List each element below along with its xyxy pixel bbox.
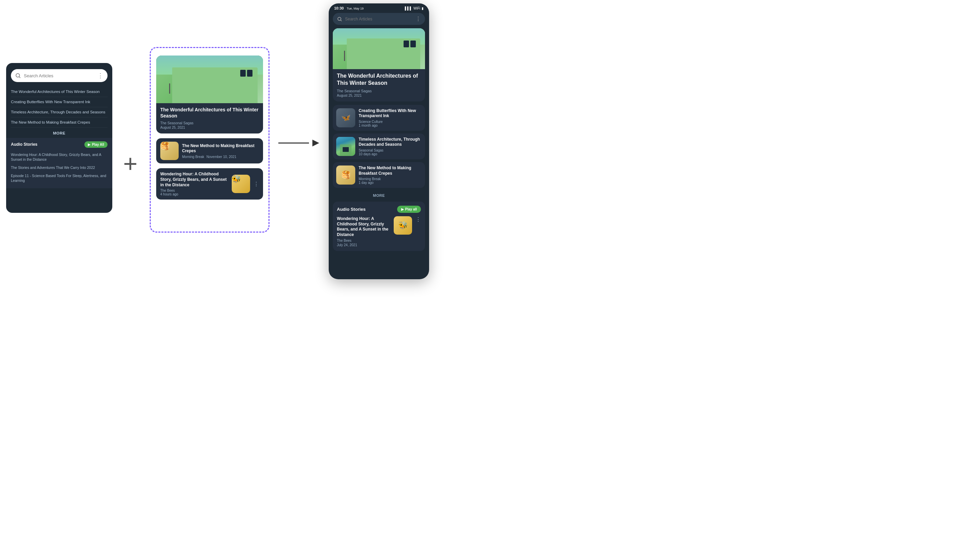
arrow-head — [312, 140, 319, 147]
search-icon — [15, 73, 21, 79]
right-butterfly-card[interactable]: 🦋 Creating Butterflies With New Transpar… — [333, 105, 425, 131]
svg-line-3 — [340, 20, 342, 21]
right-search-input[interactable] — [345, 17, 413, 21]
architecture-card-title: Timeless Architecture, Through Decades a… — [359, 137, 422, 147]
status-date: Tue, May 19 — [347, 7, 364, 10]
right-audio-item-source: The Bees — [337, 239, 390, 242]
list-item[interactable]: The New Method to Making Breakfast Crepe… — [11, 118, 108, 128]
butterfly-card-source: Science Culture — [359, 120, 422, 124]
right-featured-date: August 25, 2021 — [337, 94, 421, 97]
architecture-card-image — [336, 137, 355, 156]
left-audio-section: Audio Stories ▶ Play All Wondering Hour:… — [6, 138, 112, 188]
battery-icon: ▮ — [422, 6, 424, 10]
svg-line-1 — [19, 77, 20, 78]
audio-list-item[interactable]: The Stories and Adventures That We Carry… — [11, 163, 108, 172]
bees-card-meta: The Bees — [160, 189, 228, 192]
architecture-card-content: Timeless Architecture, Through Decades a… — [359, 137, 422, 156]
bees-card-source: The Bees — [160, 189, 175, 192]
right-audio-dots-icon[interactable]: ⋮ — [415, 216, 421, 223]
right-phone: 10:30 Tue, May 19 ▌▌▌ WiFi ▮ ⋮ — [329, 3, 429, 279]
right-featured-source: The Seasonal Sagas — [337, 89, 421, 93]
right-play-all-button[interactable]: ▶ Play all — [397, 206, 421, 213]
butterfly-card-title: Creating Butterflies With New Transparen… — [359, 108, 422, 119]
right-breakfast-card-image: 🥞 — [336, 166, 355, 185]
right-audio-item-title: Wondering Hour: A Childhood Story, Grizz… — [337, 216, 390, 237]
center-breakfast-card[interactable]: 🥞 The New Method to Making Breakfast Cre… — [156, 138, 263, 163]
plus-sign: + — [123, 150, 137, 177]
left-article-list: The Wonderful Architectures of This Wint… — [6, 87, 112, 128]
audio-list-item[interactable]: Episode 11 - Science Based Tools For Sle… — [11, 172, 108, 185]
featured-card-image — [156, 56, 263, 103]
svg-point-0 — [16, 73, 20, 77]
status-time: 10:30 — [334, 6, 344, 10]
butterfly-card-image: 🦋 — [336, 108, 355, 128]
left-audio-title: Audio Stories — [11, 142, 37, 147]
breakfast-card-source: Morning Break — [182, 155, 204, 159]
right-breakfast-card-source: Morning Break — [359, 177, 422, 181]
right-breakfast-card-title: The New Method to Making Breakfast Crepe… — [359, 166, 422, 176]
left-search-input[interactable] — [24, 73, 95, 78]
right-audio-title: Audio Stories — [337, 207, 366, 212]
list-item[interactable]: Creating Butterflies With New Transparen… — [11, 97, 108, 107]
status-bar: 10:30 Tue, May 19 ▌▌▌ WiFi ▮ — [329, 3, 429, 11]
right-search-icon — [337, 16, 342, 22]
right-featured-image — [333, 28, 425, 69]
play-icon: ▶ — [88, 143, 91, 147]
arrow — [278, 136, 319, 150]
bees-card-time: 4 hours ago — [160, 192, 228, 196]
right-audio-item[interactable]: Wondering Hour: A Childhood Story, Grizz… — [337, 216, 421, 247]
breakfast-card-title: The New Method to Making Breakfast Crepe… — [182, 144, 259, 154]
signal-icon: ▌▌▌ — [405, 6, 412, 10]
left-audio-header: Audio Stories ▶ Play All — [11, 141, 108, 148]
bees-card-content: Wondering Hour: A Childhood Story, Grizz… — [160, 172, 228, 196]
butterfly-card-content: Creating Butterflies With New Transparen… — [359, 108, 422, 128]
right-breakfast-card-content: The New Method to Making Breakfast Crepe… — [359, 166, 422, 185]
right-breakfast-card[interactable]: 🥞 The New Method to Making Breakfast Cre… — [333, 162, 425, 188]
butterfly-card-time: 1 month ago — [359, 124, 422, 128]
right-architecture-card[interactable]: Timeless Architecture, Through Decades a… — [333, 134, 425, 160]
right-audio-section: Audio Stories ▶ Play all Wondering Hour:… — [333, 202, 425, 250]
architecture-card-source: Seasonal Sagas — [359, 148, 422, 152]
right-audio-item-date: July 24, 2021 — [337, 243, 390, 247]
right-more-button[interactable]: MORE — [329, 191, 429, 199]
center-bees-card[interactable]: Wondering Hour: A Childhood Story, Grizz… — [156, 168, 263, 199]
featured-card-source: The Seasonal Sagas — [160, 121, 259, 125]
right-play-icon: ▶ — [401, 207, 404, 211]
arrow-line — [278, 143, 309, 144]
list-item[interactable]: The Wonderful Architectures of This Wint… — [11, 87, 108, 97]
right-featured-title: The Wonderful Architectures of This Wint… — [337, 73, 421, 87]
right-featured-content: The Wonderful Architectures of This Wint… — [333, 69, 425, 102]
left-play-all-button[interactable]: ▶ Play All — [84, 141, 108, 148]
featured-card-title: The Wonderful Architectures of This Wint… — [160, 107, 259, 119]
right-featured-card[interactable]: The Wonderful Architectures of This Wint… — [333, 28, 425, 102]
featured-card-date: August 25, 2021 — [160, 126, 259, 129]
svg-point-2 — [338, 17, 341, 20]
right-breakfast-card-time: 1 day ago — [359, 181, 422, 185]
list-item[interactable]: Timeless Architecture, Through Decades a… — [11, 107, 108, 118]
audio-list-item[interactable]: Wondering Hour: A Childhood Story, Grizz… — [11, 150, 108, 163]
bees-card-image: 🐝 — [232, 175, 250, 193]
center-featured-card[interactable]: The Wonderful Architectures of This Wint… — [156, 56, 263, 134]
right-audio-item-image: 🐝 — [394, 216, 412, 235]
right-audio-item-content: Wondering Hour: A Childhood Story, Grizz… — [337, 216, 390, 247]
left-search-bar[interactable]: ⋮ — [11, 69, 108, 82]
bees-card-dots-icon[interactable]: ⋮ — [253, 181, 259, 187]
right-search-dots-icon[interactable]: ⋮ — [415, 16, 421, 22]
left-more-button[interactable]: MORE — [6, 128, 112, 138]
bees-card-title: Wondering Hour: A Childhood Story, Grizz… — [160, 172, 228, 188]
right-audio-header: Audio Stories ▶ Play all — [337, 206, 421, 213]
center-composition-box: The Wonderful Architectures of This Wint… — [150, 47, 269, 233]
featured-card-content: The Wonderful Architectures of This Wint… — [156, 103, 263, 134]
left-search-dots-icon[interactable]: ⋮ — [97, 72, 103, 79]
breakfast-card-date: November 10, 2021 — [207, 155, 237, 159]
breakfast-card-image: 🥞 — [160, 142, 179, 160]
right-search-bar[interactable]: ⋮ — [333, 13, 425, 25]
breakfast-card-meta: Morning Break November 10, 2021 — [182, 155, 259, 159]
status-icons: ▌▌▌ WiFi ▮ — [405, 6, 424, 10]
breakfast-card-content: The New Method to Making Breakfast Crepe… — [182, 144, 259, 159]
play-all-label: Play All — [92, 143, 104, 147]
architecture-card-time: 10 days ago — [359, 152, 422, 156]
left-phone: ⋮ The Wonderful Architectures of This Wi… — [6, 63, 112, 213]
right-play-all-label: Play all — [405, 207, 417, 211]
wifi-icon: WiFi — [414, 6, 420, 10]
